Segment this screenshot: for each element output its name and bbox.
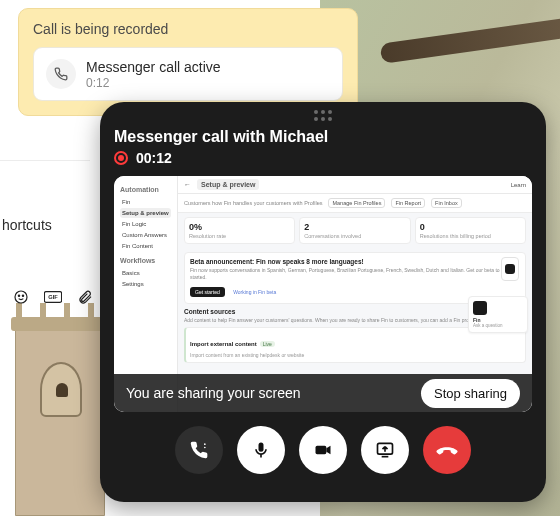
svg-rect-12 — [316, 446, 327, 454]
shared-nav-item: Setup & preview — [120, 208, 171, 218]
shortcuts-label[interactable]: hortcuts — [0, 217, 90, 233]
shared-learn: Learn — [511, 182, 526, 188]
gif-icon[interactable]: GIF — [44, 288, 62, 306]
recording-indicator: 00:12 — [114, 150, 532, 166]
banner-link: Working in Fin beta — [233, 289, 276, 295]
svg-point-2 — [22, 295, 23, 296]
stop-sharing-button[interactable]: Stop sharing — [421, 379, 520, 408]
stat-card: 2Conversations involved — [299, 217, 410, 244]
back-icon: ← — [184, 181, 191, 188]
shared-nav-item: Custom Answers — [120, 230, 171, 240]
active-call-duration: 0:12 — [86, 76, 221, 90]
call-window: Messenger call with Michael 00:12 Automa… — [100, 102, 546, 502]
shared-nav-item: Fin Logic — [120, 219, 171, 229]
shared-nav-item: Fin Content — [120, 241, 171, 251]
shared-tab: Setup & preview — [197, 179, 259, 190]
shared-sidebar-header: Workflows — [120, 257, 171, 264]
call-timer: 00:12 — [136, 150, 172, 166]
shared-nav-item: Fin — [120, 197, 171, 207]
drag-handle-icon[interactable] — [314, 110, 332, 121]
svg-point-0 — [15, 291, 27, 303]
shared-screen-preview: Automation Fin Setup & preview Fin Logic… — [114, 176, 532, 412]
call-title: Messenger call with Michael — [114, 128, 532, 146]
camera-button[interactable] — [299, 426, 347, 474]
hang-up-button[interactable] — [423, 426, 471, 474]
svg-point-8 — [204, 447, 206, 449]
stat-card: 0%Resolution rate — [184, 217, 295, 244]
call-controls — [114, 426, 532, 474]
get-started-button: Get started — [190, 287, 225, 297]
shared-nav-item: Settings — [120, 279, 171, 289]
right-card: FinAsk a question — [468, 296, 528, 333]
active-call-row[interactable]: Messenger call active 0:12 — [33, 47, 343, 101]
attach-icon[interactable] — [76, 288, 94, 306]
dialpad-button[interactable] — [175, 426, 223, 474]
active-call-title: Messenger call active — [86, 58, 221, 76]
svg-text:GIF: GIF — [48, 294, 58, 300]
shared-nav-item: Basics — [120, 268, 171, 278]
share-screen-button[interactable] — [361, 426, 409, 474]
shared-sidebar-header: Automation — [120, 186, 171, 193]
recording-notice-title: Call is being recorded — [33, 21, 343, 37]
left-panel: hortcuts — [0, 160, 90, 233]
shared-pill: Fin Report — [391, 198, 425, 208]
sharing-label: You are sharing your screen — [126, 385, 301, 401]
svg-rect-10 — [259, 443, 264, 452]
phone-icon — [46, 59, 76, 89]
stat-card: 0Resolutions this billing period — [415, 217, 526, 244]
recording-notice: Call is being recorded Messenger call ac… — [18, 8, 358, 116]
emoji-icon[interactable] — [12, 288, 30, 306]
shared-pill: Manage Fin Profiles — [328, 198, 385, 208]
setup-chip — [501, 257, 519, 281]
mute-button[interactable] — [237, 426, 285, 474]
svg-point-1 — [18, 295, 19, 296]
shared-subtext: Customers how Fin handles your customers… — [184, 200, 322, 206]
sharing-bar: You are sharing your screen Stop sharing — [114, 374, 532, 412]
shared-pill: Fin Inbox — [431, 198, 462, 208]
record-icon — [114, 151, 128, 165]
svg-point-7 — [204, 443, 206, 445]
